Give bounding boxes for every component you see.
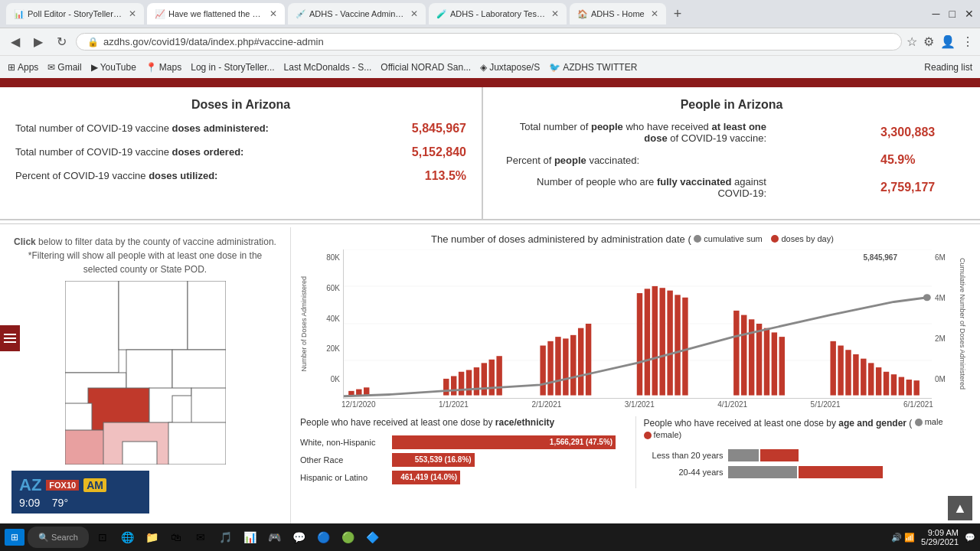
tab-favicon: 🧪	[436, 9, 447, 19]
people-title: People in Arizona	[506, 98, 957, 112]
browser-chrome: 📊 Poll Editor - StoryTeller Polling A...…	[0, 0, 980, 78]
stat-value: 113.5%	[425, 168, 466, 184]
people-section: People in Arizona Total number of people…	[483, 87, 980, 219]
tab-poll-editor[interactable]: 📊 Poll Editor - StoryTeller Polling A...…	[6, 3, 144, 24]
extensions-icon[interactable]: ⚙	[923, 34, 934, 49]
ssl-lock-icon: 🔒	[87, 37, 99, 47]
close-button[interactable]: ✕	[965, 8, 974, 20]
age-bars	[728, 449, 799, 461]
race-chart: People who have received at least one do…	[300, 416, 636, 488]
tab-adhs-home[interactable]: 🏠 ADHS - Home ✕	[570, 3, 666, 24]
profile-icon[interactable]: 👤	[940, 34, 956, 49]
stat-value: 2,759,177	[880, 181, 957, 194]
svg-rect-59	[884, 372, 889, 396]
svg-rect-35	[570, 335, 576, 396]
maximize-button[interactable]: □	[949, 8, 956, 20]
age-bars	[728, 466, 883, 478]
race-bar-fill: 1,566,291 (47.5%)	[392, 435, 616, 449]
reading-list[interactable]: Reading list	[924, 62, 972, 73]
svg-rect-31	[540, 346, 545, 396]
svg-rect-41	[659, 288, 665, 395]
start-button[interactable]: ⊞	[5, 529, 24, 546]
age-row-20-44: 20-44 years	[644, 466, 972, 478]
tab-close[interactable]: ✕	[651, 8, 658, 19]
taskbar-app3[interactable]: 🎮	[263, 527, 285, 548]
taskbar-app2[interactable]: 📊	[239, 527, 260, 548]
svg-rect-21	[356, 390, 361, 396]
tab-favicon: 📈	[155, 9, 165, 19]
bookmark-apps[interactable]: ⊞ Apps	[8, 62, 38, 73]
race-bar-other: Other Race 553,539 (16.8%)	[300, 453, 628, 467]
taskbar-app4[interactable]: 💬	[288, 527, 309, 548]
tab-lab-testing[interactable]: 🧪 ADHS - Laboratory Testing ✕	[429, 3, 567, 24]
new-tab-button[interactable]: +	[669, 6, 687, 22]
svg-rect-54	[845, 350, 851, 395]
bookmark-storyteller[interactable]: Log in - StoryTeller...	[191, 62, 274, 73]
taskbar-search[interactable]: 🔍 Search	[28, 527, 89, 548]
forward-button[interactable]: ▶	[29, 33, 47, 51]
menu-icon[interactable]: ⋮	[962, 34, 974, 49]
taskbar-task-view[interactable]: ⊡	[92, 527, 113, 548]
bookmark-norad[interactable]: Official NORAD San...	[381, 62, 471, 73]
female-bar	[760, 449, 799, 461]
race-label: White, non-Hispanic	[300, 438, 392, 447]
scroll-to-top-button[interactable]: ▲	[948, 496, 972, 520]
people-stat-fully-vaxed: Number of people who are fully vaccinate…	[506, 176, 957, 199]
bookmark-maps[interactable]: 📍 Maps	[145, 62, 181, 73]
svg-rect-25	[459, 372, 464, 396]
svg-rect-43	[675, 295, 680, 395]
bookmark-juxtapose[interactable]: ◈ Juxtapose/S	[480, 62, 540, 73]
cumulative-label: 5,845,967	[864, 253, 898, 262]
male-bar	[728, 466, 797, 478]
svg-rect-52	[830, 341, 835, 396]
x-axis-labels: 12/1/2020 1/1/2021 2/1/2021 3/1/2021 4/1…	[341, 400, 933, 409]
age-chart-title: People who have received at least one do…	[644, 416, 972, 443]
stat-label: Percent of COVID-19 vaccine doses utiliz…	[15, 170, 217, 183]
taskbar-app6[interactable]: 🟢	[337, 527, 358, 548]
minimize-button[interactable]: ─	[933, 8, 940, 20]
stat-value: 3,300,883	[880, 126, 957, 139]
taskbar-app1[interactable]: 🎵	[214, 527, 236, 548]
tab-have-we[interactable]: 📈 Have we flattened the curve in t... ✕	[147, 3, 285, 24]
svg-rect-55	[853, 354, 858, 396]
svg-rect-60	[891, 374, 897, 395]
bookmark-mcdonalds[interactable]: Last McDonalds - S...	[284, 62, 372, 73]
refresh-button[interactable]: ↻	[52, 33, 71, 51]
nav-bar: ◀ ▶ ↻ 🔒 azdhs.gov/covid19/data/index.php…	[0, 28, 980, 55]
tab-close[interactable]: ✕	[129, 8, 136, 19]
window-controls: ─ □ ✕	[933, 8, 974, 20]
taskbar-mail[interactable]: ✉	[190, 527, 211, 548]
back-button[interactable]: ◀	[6, 33, 24, 51]
stat-value: 5,845,967	[412, 121, 466, 137]
svg-rect-63	[913, 380, 919, 395]
tab-close[interactable]: ✕	[551, 8, 559, 19]
bookmark-youtube[interactable]: ▶ YouTube	[91, 62, 136, 73]
svg-rect-50	[772, 332, 777, 395]
race-bar-container: 461,419 (14.0%)	[392, 471, 628, 484]
chart-area: 5,845,967	[343, 249, 932, 399]
taskbar-app5[interactable]: 🔵	[312, 527, 334, 548]
notification-icon[interactable]: 💬	[965, 533, 975, 543]
taskbar-store[interactable]: 🛍	[165, 527, 187, 548]
bookmark-gmail[interactable]: ✉ Gmail	[47, 62, 81, 73]
fox10-logo: AZ FOX10 AM	[19, 475, 142, 495]
tab-vaccine-admin[interactable]: 💉 ADHS - Vaccine Administration ✕	[288, 3, 426, 24]
main-body: Click below to filter data by the county…	[0, 227, 980, 551]
bookmarks-icon[interactable]: ☆	[906, 34, 917, 49]
title-bar: 📊 Poll Editor - StoryTeller Polling A...…	[0, 0, 980, 28]
stat-doses-administered: Total number of COVID-19 vaccine doses a…	[15, 121, 466, 137]
taskbar-edge[interactable]: 🌐	[116, 527, 138, 548]
sidebar-menu-button[interactable]	[0, 325, 20, 351]
bookmark-twitter[interactable]: 🐦 AZDHS TWITTER	[549, 62, 637, 73]
taskbar-file-explorer[interactable]: 📁	[141, 527, 162, 548]
tab-close[interactable]: ✕	[410, 8, 418, 19]
svg-rect-29	[489, 360, 495, 396]
address-bar[interactable]: 🔒 azdhs.gov/covid19/data/index.php#vacci…	[76, 33, 902, 51]
time-temp: 9:09 79°	[19, 497, 142, 509]
taskbar-app7[interactable]: 🔷	[361, 527, 383, 548]
tab-label: ADHS - Vaccine Administration	[309, 9, 404, 18]
arizona-map[interactable]	[65, 281, 226, 465]
tab-favicon: 🏠	[577, 9, 588, 19]
tab-close[interactable]: ✕	[270, 8, 277, 19]
race-bar-container: 553,539 (16.8%)	[392, 453, 628, 467]
